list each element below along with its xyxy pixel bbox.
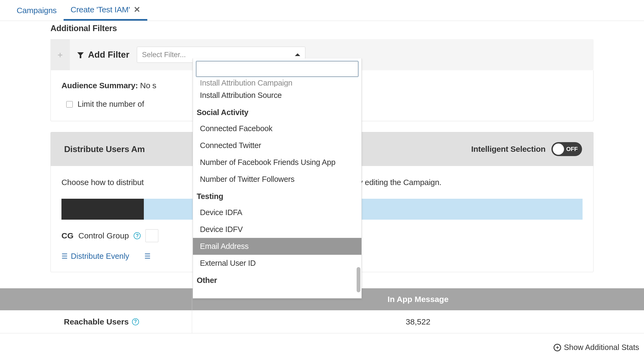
- reachable-users-value: 38,522: [192, 310, 644, 333]
- dropdown-item[interactable]: Connected Twitter: [193, 137, 361, 154]
- dropdown-scrollbar-thumb[interactable]: [357, 267, 360, 292]
- sliders-icon: ☰: [144, 252, 151, 260]
- additional-filters-heading: Additional Filters: [50, 24, 594, 33]
- tab-campaigns[interactable]: Campaigns: [10, 0, 64, 21]
- filter-dropdown-list[interactable]: Install Attribution Campaign Install Att…: [193, 79, 361, 298]
- filter-select-placeholder: Select Filter...: [142, 51, 186, 59]
- intelligent-selection-toggle[interactable]: OFF: [551, 142, 582, 156]
- plus-circle-icon: +: [554, 344, 561, 351]
- help-icon[interactable]: ?: [132, 318, 139, 325]
- dropdown-group-social: Social Activity: [193, 104, 361, 120]
- dropdown-item[interactable]: Connected Facebook: [193, 120, 361, 137]
- dropdown-item-email-address[interactable]: Email Address: [193, 238, 361, 255]
- dropdown-item[interactable]: Number of Twitter Followers: [193, 171, 361, 188]
- audience-summary-label: Audience Summary:: [61, 81, 138, 90]
- filter-dropdown-panel: Install Attribution Campaign Install Att…: [193, 58, 362, 298]
- dropdown-group-testing: Testing: [193, 188, 361, 204]
- add-filter-text: Add Filter: [88, 50, 129, 60]
- intelligent-selection-control: Intelligent Selection OFF: [471, 142, 582, 156]
- reachable-users-label: Reachable Users: [64, 317, 129, 326]
- toggle-state-label: OFF: [566, 146, 578, 153]
- intelligent-selection-label: Intelligent Selection: [471, 145, 546, 154]
- help-icon[interactable]: ?: [134, 232, 141, 239]
- limit-users-checkbox[interactable]: [66, 101, 73, 108]
- caret-up-icon: [295, 53, 300, 56]
- close-icon[interactable]: ✕: [134, 5, 140, 14]
- audience-summary-text: No s: [140, 81, 156, 90]
- show-additional-stats-button[interactable]: + Show Additional Stats: [554, 343, 639, 352]
- filter-icon: [77, 51, 84, 58]
- filter-dropdown-search-input[interactable]: [196, 61, 358, 77]
- cg-label: Control Group: [78, 231, 129, 240]
- distribution-bar-cg-segment: [61, 199, 144, 220]
- stats-row-reachable: Reachable Users ? 38,522: [0, 310, 644, 333]
- tab-create[interactable]: Create 'Test IAM' ✕: [64, 0, 147, 21]
- limit-users-label: Limit the number of: [78, 100, 144, 109]
- tab-create-label: Create 'Test IAM': [71, 5, 130, 14]
- dropdown-item[interactable]: Device IDFV: [193, 221, 361, 238]
- dropdown-item[interactable]: External User ID: [193, 255, 361, 272]
- add-filter-plus-button[interactable]: ＋: [50, 39, 70, 70]
- dropdown-item-truncated[interactable]: Install Attribution Campaign: [193, 79, 361, 87]
- sliders-icon: ☰: [61, 252, 68, 260]
- add-filter-label: Add Filter: [70, 39, 137, 70]
- distribute-evenly-label: Distribute Evenly: [71, 252, 129, 261]
- stats-header-blank: [0, 288, 192, 310]
- distribute-heading: Distribute Users Am: [64, 144, 145, 154]
- tab-campaigns-label: Campaigns: [17, 6, 57, 15]
- dropdown-item[interactable]: Device IDFA: [193, 204, 361, 221]
- dropdown-group-other: Other: [193, 272, 361, 288]
- dropdown-item[interactable]: Number of Facebook Friends Using App: [193, 154, 361, 171]
- distribute-evenly-link[interactable]: ☰ Distribute Evenly: [61, 252, 129, 261]
- show-additional-stats-label: Show Additional Stats: [564, 343, 639, 352]
- distribute-second-link[interactable]: ☰: [144, 252, 151, 261]
- dropdown-item[interactable]: Install Attribution Source: [193, 87, 361, 104]
- cg-abbrev: CG: [61, 231, 74, 240]
- tabs-header: Campaigns Create 'Test IAM' ✕: [0, 0, 644, 21]
- toggle-knob: [553, 143, 564, 155]
- stats-row-label-cell: Reachable Users ?: [0, 310, 192, 333]
- cg-percent-stepper[interactable]: [145, 229, 158, 242]
